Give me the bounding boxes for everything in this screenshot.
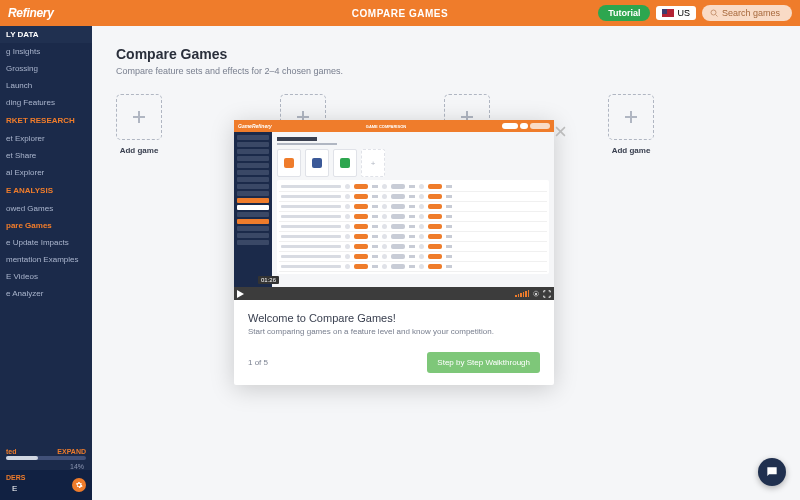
sidebar-item[interactable]: mentation Examples bbox=[0, 251, 92, 268]
locale-label: US bbox=[677, 8, 690, 18]
mini-title: GAME COMPARISON bbox=[366, 124, 406, 129]
slider-left-label: ted bbox=[6, 448, 17, 455]
slider-percent: 14% bbox=[0, 463, 92, 470]
chat-icon bbox=[765, 465, 779, 479]
step-count: 1 of 5 bbox=[248, 358, 268, 367]
mini-main: + bbox=[272, 132, 554, 287]
modal-footer: 1 of 5 Step by Step Walkthrough bbox=[234, 346, 554, 385]
sidebar-section-analysis: E ANALYSIS bbox=[0, 181, 92, 200]
video-controls bbox=[234, 287, 554, 300]
fullscreen-icon[interactable] bbox=[543, 290, 551, 298]
logo: Refinery bbox=[8, 6, 54, 20]
sidebar-ders-label: DERS bbox=[6, 474, 25, 481]
video-time: 01:26 bbox=[258, 276, 279, 284]
close-button[interactable] bbox=[555, 126, 566, 137]
game-slot-4: Add game bbox=[608, 94, 654, 155]
app-header: Refinery COMPARE GAMES Tutorial US Searc… bbox=[0, 0, 800, 26]
us-flag-icon bbox=[662, 9, 674, 17]
slot-label: Add game bbox=[612, 146, 651, 155]
sidebar-bottom: ted EXPAND 14% DERS E bbox=[0, 445, 92, 500]
page-title: Compare Games bbox=[116, 46, 776, 62]
mini-sidebar bbox=[234, 132, 272, 287]
video-settings-icon[interactable] bbox=[532, 290, 540, 298]
svg-point-4 bbox=[535, 293, 537, 295]
sidebar-item-compare-games[interactable]: pare Games bbox=[0, 217, 92, 234]
tutorial-button[interactable]: Tutorial bbox=[598, 5, 650, 21]
mini-body: + bbox=[234, 132, 554, 287]
video-preview[interactable]: GameRefinery GAME COMPARISON bbox=[234, 120, 554, 300]
add-game-button[interactable] bbox=[608, 94, 654, 140]
sidebar-item[interactable]: owed Games bbox=[0, 200, 92, 217]
walkthrough-button[interactable]: Step by Step Walkthrough bbox=[427, 352, 540, 373]
page-subtitle: Compare feature sets and effects for 2–4… bbox=[116, 66, 776, 76]
sidebar-item[interactable]: E Videos bbox=[0, 268, 92, 285]
mini-locale bbox=[520, 123, 528, 129]
mini-toggle bbox=[502, 123, 518, 129]
sidebar-item[interactable]: g Insights bbox=[0, 43, 92, 60]
sidebar-e-label: E bbox=[6, 481, 25, 496]
search-placeholder: Search games bbox=[722, 8, 780, 18]
search-input[interactable]: Search games bbox=[702, 5, 792, 21]
sidebar-item[interactable]: et Explorer bbox=[0, 130, 92, 147]
sidebar-item[interactable]: ding Features bbox=[0, 94, 92, 111]
locale-selector[interactable]: US bbox=[656, 6, 696, 20]
mini-search bbox=[530, 123, 550, 129]
slot-label: Add game bbox=[120, 146, 159, 155]
sidebar-item[interactable]: et Share bbox=[0, 147, 92, 164]
add-game-button[interactable] bbox=[116, 94, 162, 140]
slider-expand-label[interactable]: EXPAND bbox=[57, 448, 86, 455]
plus-icon bbox=[625, 111, 637, 123]
sidebar-item[interactable]: e Update Impacts bbox=[0, 234, 92, 251]
sidebar-section-market: RKET RESEARCH bbox=[0, 111, 92, 130]
gear-icon bbox=[75, 481, 83, 489]
plus-icon bbox=[133, 111, 145, 123]
modal-subtitle: Start comparing games on a feature level… bbox=[248, 327, 540, 336]
header-right: Tutorial US Search games bbox=[598, 5, 792, 21]
sidebar-section-daily: LY DATA bbox=[0, 26, 92, 43]
svg-line-1 bbox=[716, 15, 718, 17]
sidebar-item[interactable]: Grossing bbox=[0, 60, 92, 77]
tutorial-modal: GameRefinery GAME COMPARISON bbox=[234, 120, 554, 385]
mini-header: GameRefinery GAME COMPARISON bbox=[234, 120, 554, 132]
close-icon bbox=[555, 126, 566, 137]
mini-logo: GameRefinery bbox=[238, 123, 272, 129]
sidebar: LY DATA g Insights Grossing Launch ding … bbox=[0, 26, 92, 500]
sidebar-item[interactable]: Launch bbox=[0, 77, 92, 94]
svg-point-0 bbox=[711, 10, 716, 15]
settings-button[interactable] bbox=[72, 478, 86, 492]
play-button[interactable] bbox=[237, 290, 244, 298]
game-slot-1: Add game bbox=[116, 94, 162, 155]
volume-control[interactable] bbox=[515, 290, 529, 297]
limit-slider[interactable] bbox=[6, 456, 86, 460]
modal-title: Welcome to Compare Games! bbox=[248, 312, 540, 324]
sidebar-item[interactable]: al Explorer bbox=[0, 164, 92, 181]
help-fab[interactable] bbox=[758, 458, 786, 486]
page-header-title: COMPARE GAMES bbox=[352, 8, 448, 19]
sidebar-item[interactable]: e Analyzer bbox=[0, 285, 92, 302]
modal-body: Welcome to Compare Games! Start comparin… bbox=[234, 300, 554, 346]
search-icon bbox=[710, 9, 718, 17]
